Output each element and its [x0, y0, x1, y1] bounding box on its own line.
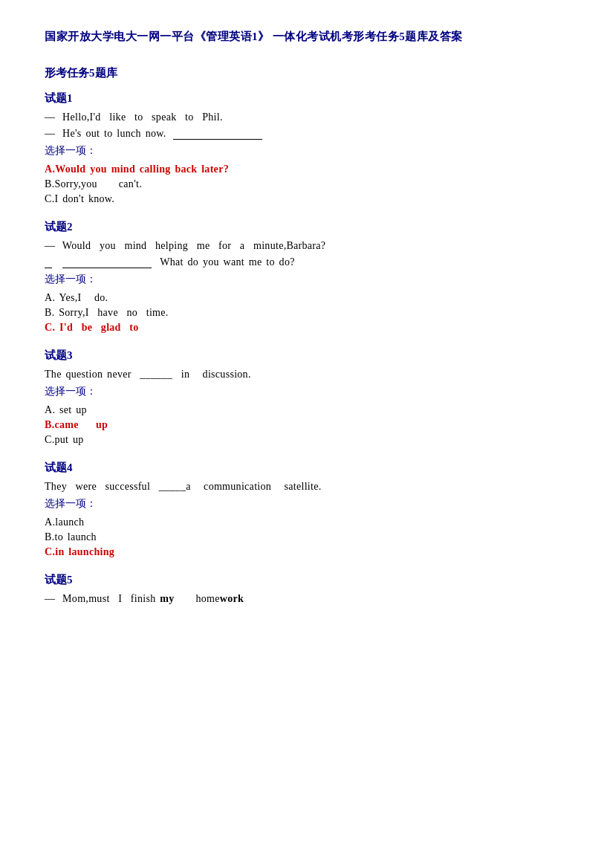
question-1-choose: 选择一项：	[45, 144, 568, 158]
question-2-choose: 选择一项：	[45, 273, 568, 286]
question-3-option-a[interactable]: A. set up	[45, 404, 568, 416]
question-4-line-1: They were successful _____a communicatio…	[45, 481, 568, 493]
question-4-choose: 选择一项：	[45, 497, 568, 511]
questions-container: 试题1 — Hello,I'd like to speak to Phil. —…	[45, 91, 568, 605]
question-1-line-2: — He's out to lunch now.	[45, 128, 568, 140]
question-2-line-1: — Would you mind helping me for a minute…	[45, 240, 568, 252]
question-4-option-c[interactable]: C.in launching	[45, 546, 568, 558]
question-2-option-a[interactable]: A. Yes,I do.	[45, 292, 568, 304]
question-3-title: 试题3	[45, 349, 568, 363]
question-5: 试题5 — Mom,must I finish my homework	[45, 573, 568, 605]
question-1-line-1: — Hello,I'd like to speak to Phil.	[45, 111, 568, 123]
question-4-option-a[interactable]: A.launch	[45, 516, 568, 528]
question-1-option-c[interactable]: C.I don't know.	[45, 193, 568, 205]
question-3-choose: 选择一项：	[45, 385, 568, 398]
question-5-line-1: — Mom,must I finish my homework	[45, 593, 568, 605]
section-header: 形考任务5题库	[45, 66, 568, 80]
question-4-option-b[interactable]: B.to launch	[45, 531, 568, 543]
question-1-title: 试题1	[45, 91, 568, 106]
question-2-option-b[interactable]: B. Sorry,I have no time.	[45, 307, 568, 319]
question-1-option-a[interactable]: A.Would you mind calling back later?	[45, 163, 568, 175]
question-2-line-2: What do you want me to do?	[45, 256, 568, 268]
question-4-title: 试题4	[45, 461, 568, 475]
page-title: 国家开放大学电大一网一平台《管理英语1》 一体化考试机考形考任务5题库及答案	[45, 30, 568, 44]
question-4: 试题4 They were successful _____a communic…	[45, 461, 568, 558]
question-2-title: 试题2	[45, 220, 568, 234]
question-2-option-c[interactable]: C. I'd be glad to	[45, 322, 568, 334]
question-1-option-b[interactable]: B.Sorry,you can't.	[45, 178, 568, 190]
question-3-line-1: The question never ______ in discussion.	[45, 369, 568, 380]
question-2: 试题2 — Would you mind helping me for a mi…	[45, 220, 568, 334]
question-5-title: 试题5	[45, 573, 568, 587]
question-3-option-c[interactable]: C.put up	[45, 434, 568, 446]
question-3-option-b[interactable]: B.came up	[45, 419, 568, 431]
question-3: 试题3 The question never ______ in discuss…	[45, 349, 568, 446]
question-1: 试题1 — Hello,I'd like to speak to Phil. —…	[45, 91, 568, 205]
